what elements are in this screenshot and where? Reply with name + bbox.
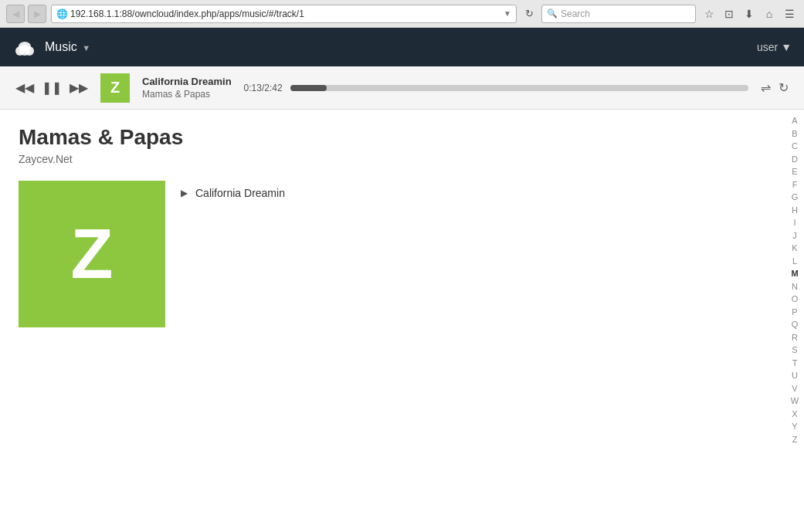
alpha-letter-u[interactable]: U [792, 369, 798, 382]
browser-chrome: ◀ ▶ 🌐 192.168.1.1:88/owncloud/index.php/… [0, 0, 804, 28]
app-title[interactable]: Music ▼ [45, 40, 90, 54]
nav-buttons: ◀ ▶ [6, 5, 46, 23]
app-header: Music ▼ user ▼ [0, 28, 804, 66]
bookmark-icon[interactable]: ☆ [701, 5, 717, 22]
home-icon[interactable]: ⌂ [761, 5, 778, 22]
reload-button[interactable]: ↻ [521, 5, 537, 23]
alpha-letter-l[interactable]: L [792, 255, 797, 268]
shuffle-button[interactable]: ⇌ [761, 80, 771, 95]
alpha-letter-i[interactable]: I [793, 216, 796, 229]
progress-area: 0:13/2:42 [244, 83, 748, 93]
svg-point-3 [19, 42, 31, 51]
reader-icon[interactable]: ⊡ [721, 5, 738, 22]
player-extra: ⇌ ↻ [761, 80, 789, 95]
search-icon: 🔍 [547, 8, 558, 19]
url-text: 192.168.1.1:88/owncloud/index.php/apps/m… [70, 8, 500, 19]
track-name: California Dreamin [195, 187, 285, 199]
alpha-letter-s[interactable]: S [792, 344, 797, 357]
address-dropdown-icon: ▼ [504, 9, 511, 18]
browser-search-bar[interactable]: 🔍 Search [541, 5, 696, 23]
alpha-letter-p[interactable]: P [792, 306, 797, 319]
download-icon[interactable]: ⬇ [741, 5, 758, 22]
progress-bar[interactable] [290, 85, 748, 91]
alpha-letter-t[interactable]: T [792, 357, 798, 370]
browser-icons: ☆ ⊡ ⬇ ⌂ ☰ [701, 5, 798, 22]
player-controls: ◀◀ ❚❚ ▶▶ [15, 80, 88, 95]
alpha-letter-r[interactable]: R [792, 331, 798, 344]
repeat-button[interactable]: ↻ [779, 80, 789, 95]
pause-button[interactable]: ❚❚ [42, 80, 62, 95]
artist-art-letter: Z [71, 215, 114, 294]
app-logo-area: Music ▼ [12, 35, 90, 59]
owncloud-logo [12, 35, 37, 59]
player-track-art: Z [100, 73, 130, 103]
alpha-letter-g[interactable]: G [792, 191, 799, 204]
alpha-letter-z[interactable]: Z [792, 433, 798, 446]
alpha-letter-n[interactable]: N [792, 280, 798, 293]
alpha-letter-e[interactable]: E [792, 165, 797, 178]
alpha-letter-f[interactable]: F [792, 178, 798, 191]
artist-source: Zaycev.Net [19, 153, 767, 165]
alpha-letter-k[interactable]: K [792, 242, 797, 255]
artist-art: Z [19, 181, 165, 327]
user-menu[interactable]: user ▼ [757, 41, 792, 53]
alpha-letter-c[interactable]: C [792, 140, 798, 153]
artist-content: Z ▶ California Dreamin [19, 181, 767, 327]
alpha-letter-h[interactable]: H [792, 204, 798, 217]
fast-forward-button[interactable]: ▶▶ [70, 80, 88, 95]
alpha-letter-w[interactable]: W [791, 395, 799, 408]
alpha-letter-q[interactable]: Q [792, 318, 799, 331]
forward-button[interactable]: ▶ [28, 5, 46, 23]
player-track-artist: Mamas & Papas [142, 89, 232, 100]
main-content: Mamas & Papas Zaycev.Net Z ▶ California … [0, 110, 804, 532]
progress-bar-fill [290, 85, 327, 91]
alpha-letter-m[interactable]: M [791, 267, 798, 280]
back-button[interactable]: ◀ [6, 5, 25, 23]
alpha-letter-b[interactable]: B [792, 127, 797, 141]
artist-name: Mamas & Papas [19, 125, 767, 150]
alpha-letter-j[interactable]: J [792, 229, 797, 242]
player-track-info: California Dreamin Mamas & Papas [142, 76, 232, 100]
search-placeholder-text: Search [561, 8, 590, 19]
alpha-letter-y[interactable]: Y [792, 420, 797, 433]
globe-icon: 🌐 [56, 8, 67, 19]
app-title-arrow: ▼ [82, 43, 90, 53]
track-list: ▶ California Dreamin [181, 181, 767, 202]
track-play-button[interactable]: ▶ [181, 188, 188, 198]
alpha-letter-o[interactable]: O [792, 293, 799, 306]
address-bar[interactable]: 🌐 192.168.1.1:88/owncloud/index.php/apps… [51, 5, 517, 23]
alpha-letter-x[interactable]: X [792, 408, 797, 421]
player-bar: ◀◀ ❚❚ ▶▶ Z California Dreamin Mamas & Pa… [0, 66, 804, 110]
alpha-letter-v[interactable]: V [792, 382, 797, 395]
alphabet-sidebar: ABCDEFGHIJKLMNOPQRSTUVWXYZ [785, 110, 804, 532]
player-track-title: California Dreamin [142, 76, 232, 87]
track-item: ▶ California Dreamin [181, 184, 767, 202]
alpha-letter-d[interactable]: D [792, 153, 798, 166]
rewind-button[interactable]: ◀◀ [15, 80, 34, 95]
content-area: Mamas & Papas Zaycev.Net Z ▶ California … [0, 110, 785, 532]
menu-icon[interactable]: ☰ [781, 5, 798, 22]
alpha-letter-a[interactable]: A [792, 114, 797, 127]
time-display: 0:13/2:42 [244, 83, 283, 93]
